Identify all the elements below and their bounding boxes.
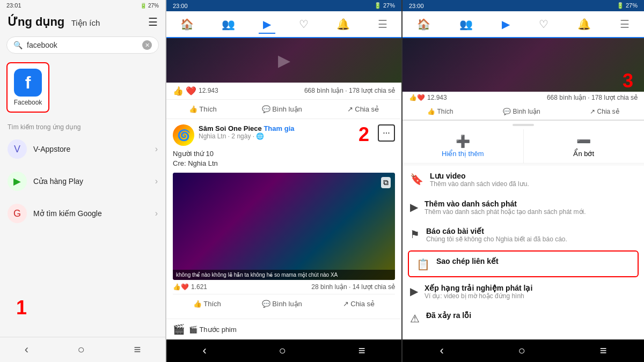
p2-comment-button[interactable]: 💬 Bình luận: [255, 102, 309, 116]
p3-time: 23:00: [409, 3, 424, 9]
p2-video-icon[interactable]: ▶: [259, 16, 275, 34]
p3-status-bar: 23:00 🔋 27%: [402, 0, 644, 11]
menu-item-playlist[interactable]: ▶ Thêm vào danh sách phát Thêm vào danh …: [402, 194, 644, 222]
menu-error-title: Đã xảy ra lỗi: [426, 311, 636, 320]
p2-bell-icon[interactable]: 🔔: [332, 16, 354, 33]
p2-menu-icon[interactable]: ☰: [374, 16, 392, 33]
p2-join-label[interactable]: Tham gia: [264, 124, 294, 132]
p2-post-text: Người thứ 10 Cre: Nghia Ltn: [173, 149, 395, 168]
p1-menu-icon[interactable]: ☰: [148, 16, 158, 28]
p2-comments-count: 668 bình luận: [304, 87, 343, 94]
menu-item-save-video[interactable]: 🔖 Lưu video Thêm vào danh sách video đã …: [402, 166, 644, 194]
p3-like-button[interactable]: 👍 Thích: [423, 106, 457, 117]
p3-heart-icon[interactable]: ♡: [535, 16, 553, 33]
p2-heart-icon[interactable]: ♡: [295, 16, 313, 33]
list-item-playstore[interactable]: ▶ Cửa hàng Play ›: [0, 165, 165, 197]
search-input[interactable]: [27, 41, 138, 49]
p2-bottom-nav: ‹ ○ ≡: [166, 339, 401, 362]
p2-like-button[interactable]: 👍 Thích: [182, 102, 223, 116]
p3-bottom-nav: ‹ ○ ≡: [402, 339, 644, 362]
p2-like2-icon: 👍❤️: [173, 283, 189, 291]
menu-playlist-title: Thêm vào danh sách phát: [425, 200, 636, 208]
menu-report-sub: Chúng tôi sẽ không cho Nghia biết ai đã …: [426, 235, 636, 244]
clear-search-icon[interactable]: ✕: [142, 40, 152, 50]
facebook-app-item[interactable]: f Facebook: [6, 62, 49, 113]
menu-save-video-sub: Thêm vào danh sách video đã lưu.: [430, 180, 636, 189]
google-search-label: Mở tìm kiếm Google: [33, 209, 102, 218]
p3-tab-hide-label: Ẩn bớt: [573, 150, 594, 158]
p2-avatar: 🌀: [173, 124, 194, 146]
p2-reaction-count: 12.943: [199, 87, 218, 94]
p2-recent-nav[interactable]: ≡: [358, 344, 365, 358]
p3-back-nav[interactable]: ‹: [440, 344, 443, 358]
p1-section-title: Tìm kiếm trong ứng dụng: [0, 118, 165, 133]
p2-post-sub: Nghia Ltn · 2 ngày · 🌐: [199, 132, 294, 140]
p3-menu-icon[interactable]: ☰: [616, 16, 634, 33]
copy-link-icon: 📋: [416, 258, 430, 271]
p3-nav-bar: 🏠 👥 ▶ ♡ 🔔 ☰: [402, 11, 644, 38]
home-nav-icon[interactable]: ○: [78, 343, 85, 357]
p2-phone-screen: 🏠 👥 ▶ ♡ 🔔 ☰ ▶ 👍 ❤️ 12.943 668 bình luận …: [166, 11, 401, 339]
recent-nav-icon[interactable]: ≡: [134, 343, 141, 357]
p2-home-nav[interactable]: ○: [279, 344, 286, 358]
p2-back-nav[interactable]: ‹: [202, 344, 206, 358]
p3-friends-icon[interactable]: 👥: [455, 16, 477, 33]
p2-like2-button[interactable]: 👍 Thích: [187, 297, 228, 311]
p2-share-button[interactable]: ↗ Chia sẻ: [341, 102, 385, 116]
p2-friends-icon[interactable]: 👥: [217, 16, 239, 33]
p1-header: Ứng dụng Tiện ích ☰: [0, 11, 165, 33]
p2-image-caption: không thể nào không lẽ hắn ta không hề s…: [173, 270, 395, 280]
p3-engagement: 👍❤️ 12.943 668 bình luận · 178 lượt chia…: [402, 92, 644, 104]
google-icon: G: [8, 204, 27, 223]
p1-title-area: Ứng dụng Tiện ích: [8, 15, 100, 29]
p2-more-button[interactable]: ···: [378, 124, 395, 142]
p2-time: 23:00: [173, 3, 188, 9]
p2-share2-button[interactable]: ↗ Chia sẻ: [336, 297, 381, 311]
menu-item-error[interactable]: ⚠ Đã xảy ra lỗi: [402, 306, 644, 330]
p2-home-icon[interactable]: 🏠: [176, 16, 198, 33]
menu-playlist-text: Thêm vào danh sách phát Thêm vào danh sá…: [425, 200, 636, 217]
chevron-icon: ›: [155, 209, 158, 218]
p2-post-author: Sâm Soi One Piece: [199, 124, 262, 132]
p1-status-icons: 🔋 27%: [140, 3, 159, 9]
menu-replay-title: Xếp hạng trải nghiệm phát lại: [425, 284, 636, 292]
p1-subtitle: Tiện ích: [71, 18, 100, 27]
menu-item-replay-rating[interactable]: ▶ Xếp hạng trải nghiệm phát lại Ví dụ: v…: [402, 278, 644, 306]
search-icon: 🔍: [13, 41, 23, 49]
menu-error-text: Đã xảy ra lỗi: [426, 311, 636, 320]
p2-post-image: ⧉ không thể nào không lẽ hắn ta không hề…: [173, 173, 395, 280]
facebook-label: Facebook: [14, 99, 42, 106]
menu-save-video-text: Lưu video Thêm vào danh sách video đã lư…: [430, 172, 636, 189]
p3-comments: 668 bình luận: [547, 94, 586, 101]
p2-status-bar: 23:00 🔋 27%: [166, 0, 401, 11]
p2-section-label: 🎬 Thước phim: [189, 326, 237, 334]
vappstore-icon: V: [8, 139, 27, 159]
p3-actions: 👍 Thích 💬 Bình luận ↗ Chia sẻ: [402, 104, 644, 120]
p2-post1-engagement: 👍 ❤️ 12.943 668 bình luận · 178 lượt chi…: [166, 83, 401, 100]
p3-tab-show-more-label: Hiển thị thêm: [442, 150, 484, 158]
p2-post1-actions: 👍 Thích 💬 Bình luận ↗ Chia sẻ: [166, 100, 401, 119]
p3-share-button[interactable]: ↗ Chia sẻ: [586, 106, 623, 117]
list-item-vappstore[interactable]: V V-Appstore ›: [0, 133, 165, 165]
p3-tab-hide[interactable]: ➖ Ẩn bớt: [524, 129, 645, 163]
p2-section-header: 🎬 🎬 Thước phim: [166, 319, 401, 339]
p3-home-icon[interactable]: 🏠: [413, 16, 435, 33]
p3-recent-nav[interactable]: ≡: [600, 344, 607, 358]
menu-item-copy-link[interactable]: 📋 Sao chép liên kết: [408, 250, 639, 277]
playstore-label: Cửa hàng Play: [33, 177, 83, 186]
p3-bell-icon[interactable]: 🔔: [573, 16, 595, 33]
p3-bottom-sheet: ➕ Hiển thị thêm ➖ Ẩn bớt 🔖 Lưu video Thê…: [402, 120, 644, 339]
back-nav-icon[interactable]: ‹: [25, 343, 28, 357]
p2-shares-count: 178 lượt chia sẻ: [349, 87, 395, 94]
p3-tab-show-more[interactable]: ➕ Hiển thị thêm: [402, 129, 524, 163]
p3-sheet-handle: [513, 124, 534, 126]
list-item-google-search[interactable]: G Mở tìm kiếm Google ›: [0, 197, 165, 230]
p3-video-icon[interactable]: ▶: [497, 16, 514, 33]
replay-icon: ▶: [410, 285, 418, 298]
p3-comment-button[interactable]: 💬 Bình luận: [499, 106, 544, 117]
p2-nav-bar: 🏠 👥 ▶ ♡ 🔔 ☰: [166, 11, 401, 38]
p3-home-nav[interactable]: ○: [518, 344, 525, 358]
p2-comment2-button[interactable]: 💬 Bình luận: [255, 297, 309, 311]
menu-item-report[interactable]: ⚑ Báo cáo bài viết Chúng tôi sẽ không ch…: [402, 221, 644, 249]
p3-reactions-icon: 👍❤️: [409, 94, 425, 101]
